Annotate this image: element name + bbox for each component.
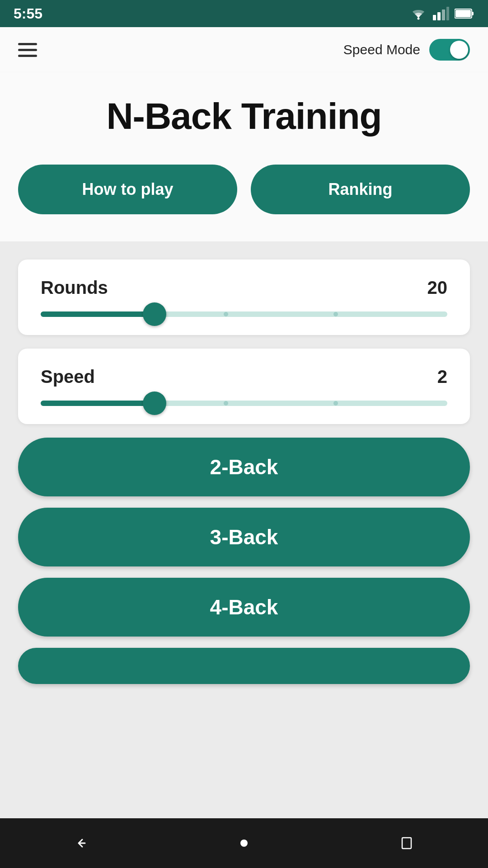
svg-rect-6 [455,10,471,17]
speed-mode-toggle[interactable] [429,39,470,61]
speed-slider-track[interactable] [41,401,447,406]
rounds-slider-thumb[interactable] [143,302,166,326]
svg-rect-3 [442,9,445,20]
speed-value: 2 [437,367,447,387]
recents-icon [398,834,416,852]
status-time: 5:55 [14,5,42,22]
speed-header: Speed 2 [41,367,447,387]
hamburger-menu[interactable] [18,43,37,57]
speed-mode-label: Speed Mode [343,42,420,57]
hero-section: N-Back Training How to play Ranking [0,72,488,241]
hamburger-line-2 [18,49,37,51]
speed-slider-fill [41,401,155,406]
nav-home-button[interactable] [226,825,262,861]
game-buttons-container: 2-Back 3-Back 4-Back [18,438,470,684]
speed-tick-2 [333,401,338,406]
wifi-icon [409,7,427,20]
rounds-card: Rounds 20 [18,259,470,335]
hamburger-line-3 [18,55,37,57]
svg-rect-9 [402,838,411,849]
nav-back-button[interactable] [63,825,99,861]
three-back-button[interactable]: 3-Back [18,508,470,566]
rounds-tick-2 [333,312,338,316]
app-title: N-Back Training [18,95,470,137]
app-bar: Speed Mode [0,27,488,72]
hamburger-line-1 [18,43,37,45]
nav-bar [0,818,488,868]
rounds-tick-1 [224,312,228,316]
status-bar: 5:55 [0,0,488,27]
svg-rect-1 [433,15,436,20]
four-back-label: 4-Back [210,595,278,619]
rounds-slider-track[interactable] [41,311,447,317]
rounds-slider-fill [41,311,155,317]
three-back-label: 3-Back [210,525,278,549]
back-icon [72,834,90,852]
rounds-value: 20 [427,278,448,298]
speed-label: Speed [41,367,95,387]
rounds-label: Rounds [41,278,108,298]
five-back-button-partial[interactable] [18,648,470,684]
four-back-button[interactable]: 4-Back [18,578,470,637]
speed-slider-thumb[interactable] [143,392,166,415]
two-back-button[interactable]: 2-Back [18,438,470,496]
battery-icon [455,8,474,19]
speed-tick-1 [224,401,228,406]
two-back-label: 2-Back [210,455,278,479]
how-to-play-button[interactable]: How to play [18,165,237,214]
home-icon [235,834,253,852]
rounds-header: Rounds 20 [41,278,447,298]
status-icons [409,7,474,20]
speed-card: Speed 2 [18,349,470,424]
ranking-button[interactable]: Ranking [251,165,470,214]
svg-rect-2 [437,12,441,20]
svg-rect-4 [446,7,449,20]
nav-recents-button[interactable] [389,825,425,861]
signal-icon [433,7,449,20]
svg-point-0 [418,18,420,20]
svg-point-8 [240,840,248,847]
hero-buttons: How to play Ranking [18,165,470,214]
svg-rect-7 [472,12,474,15]
speed-mode-container: Speed Mode [343,39,470,61]
main-content: Rounds 20 Speed 2 2-Back 3-Back [0,241,488,818]
